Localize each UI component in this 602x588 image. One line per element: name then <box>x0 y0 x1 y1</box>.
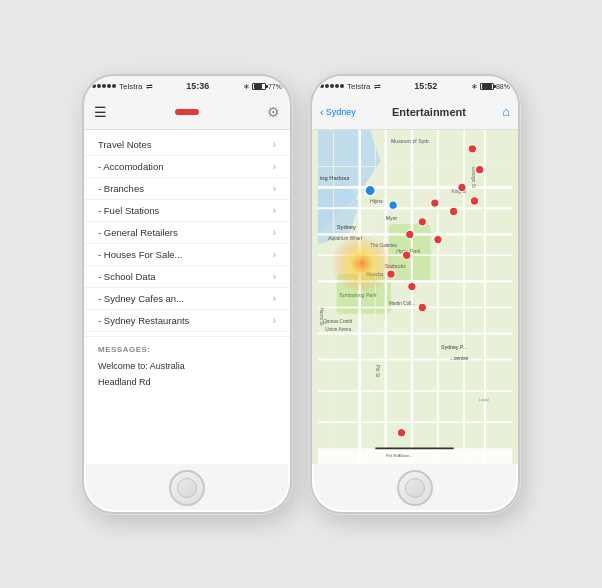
time-2: 15:52 <box>414 81 437 91</box>
svg-text:Pitt St   Albion...: Pitt St Albion... <box>386 453 413 458</box>
svg-point-46 <box>458 183 466 191</box>
gear-icon[interactable]: ⚙ <box>267 104 280 120</box>
svg-point-53 <box>402 251 410 259</box>
wifi-icon-2: ⇌ <box>374 82 381 91</box>
map-svg: Museum of Sydr. ing Harbour Hijins Georg… <box>312 130 518 464</box>
phones-container: Telstra ⇌ 15:36 ∗ 77% ☰ ⚙ <box>62 54 540 534</box>
svg-point-54 <box>387 270 395 278</box>
svg-point-50 <box>418 218 426 226</box>
menu-item-travel[interactable]: Travel Notes › <box>84 134 290 156</box>
svg-text:Myer: Myer <box>386 215 398 221</box>
svg-text:Union Arena: Union Arena <box>325 327 351 332</box>
message-item-2: Headland Rd <box>98 374 276 390</box>
status-bar-2: Telstra ⇌ 15:52 ∗ 88% <box>312 76 518 94</box>
chevron-icon: › <box>273 205 276 216</box>
battery-pct-1: 77% <box>268 83 282 90</box>
map-area[interactable]: Museum of Sydr. ing Harbour Hijins Georg… <box>312 130 518 464</box>
phone-2: Telstra ⇌ 15:52 ∗ 88% ‹ Sydney E <box>310 74 520 514</box>
svg-text:Harris St: Harris St <box>319 307 324 326</box>
map-nav-title: Entertainment <box>360 106 498 118</box>
back-label: Sydney <box>326 107 356 117</box>
svg-text:Museum of Sydr.: Museum of Sydr. <box>391 138 430 144</box>
svg-text:...centre: ...centre <box>449 355 468 361</box>
screen-1: Travel Notes › - Accomodation › - Branch… <box>84 130 290 464</box>
svg-point-51 <box>406 230 414 238</box>
chevron-icon: › <box>273 227 276 238</box>
svg-point-59 <box>389 201 397 209</box>
carrier-1: Telstra <box>119 82 143 91</box>
menu-item-school[interactable]: - School Data › <box>84 266 290 288</box>
svg-point-57 <box>397 429 405 437</box>
svg-text:Sydney: Sydney <box>337 224 356 230</box>
map-nav-bar: ‹ Sydney Entertainment ⌂ <box>312 94 518 130</box>
hamburger-icon[interactable]: ☰ <box>94 104 107 120</box>
messages-title: MESSAGES: <box>98 345 276 354</box>
home-button-1[interactable] <box>169 470 205 506</box>
svg-text:Qantas Credit: Qantas Credit <box>323 319 353 324</box>
carrier-2: Telstra <box>347 82 371 91</box>
back-button[interactable]: ‹ Sydney <box>320 106 356 118</box>
home-button-2[interactable] <box>397 470 433 506</box>
svg-point-47 <box>470 197 478 205</box>
svg-point-45 <box>476 165 484 173</box>
menu-item-restaurants[interactable]: - Sydney Restaurants › <box>84 310 290 332</box>
svg-text:Tumbalong Park: Tumbalong Park <box>339 292 377 298</box>
chevron-icon: › <box>273 139 276 150</box>
bluetooth-icon-2: ∗ <box>471 82 478 91</box>
chevron-icon: › <box>273 161 276 172</box>
chevron-icon: › <box>273 293 276 304</box>
svg-point-55 <box>408 282 416 290</box>
svg-point-52 <box>434 235 442 243</box>
chevron-icon: › <box>273 315 276 326</box>
svg-point-43 <box>330 234 393 292</box>
svg-rect-60 <box>318 448 512 464</box>
menu-item-branches[interactable]: - Branches › <box>84 178 290 200</box>
chevron-icon: › <box>273 249 276 260</box>
home-nav-icon[interactable]: ⌂ <box>502 104 510 119</box>
chevron-icon: › <box>273 271 276 282</box>
menu-item-fuel[interactable]: - Fuel Stations › <box>84 200 290 222</box>
svg-text:Sydney P...: Sydney P... <box>441 344 467 350</box>
svg-text:Martin Coll...: Martin Coll... <box>389 301 415 306</box>
menu-item-general[interactable]: - General Retailers › <box>84 222 290 244</box>
chevron-icon: › <box>273 183 276 194</box>
svg-point-56 <box>418 303 426 311</box>
time-1: 15:36 <box>186 81 209 91</box>
battery-1 <box>252 83 266 90</box>
svg-point-49 <box>431 199 439 207</box>
battery-2 <box>480 83 494 90</box>
battery-pct-2: 88% <box>496 83 510 90</box>
menu-item-houses[interactable]: - Houses For Sale... › <box>84 244 290 266</box>
bluetooth-icon-1: ∗ <box>243 82 250 91</box>
menu-item-cafes[interactable]: - Sydney Cafes an... › <box>84 288 290 310</box>
svg-point-44 <box>468 145 476 153</box>
back-chevron-icon: ‹ <box>320 106 324 118</box>
messages-section: MESSAGES: Welcome to: Australia Headland… <box>84 336 290 394</box>
status-bar-1: Telstra ⇌ 15:36 ∗ 77% <box>84 76 290 94</box>
phone-1: Telstra ⇌ 15:36 ∗ 77% ☰ ⚙ <box>82 74 292 514</box>
svg-text:Pitt St: Pitt St <box>375 365 380 378</box>
message-item-1: Welcome to: Australia <box>98 358 276 374</box>
svg-text:Hijins: Hijins <box>370 198 383 204</box>
menu-list: Travel Notes › - Accomodation › - Branch… <box>84 130 290 336</box>
svg-text:ing Harbour: ing Harbour <box>320 175 350 181</box>
svg-text:Legal: Legal <box>479 397 489 402</box>
menu-item-accommodation[interactable]: - Accomodation › <box>84 156 290 178</box>
svg-point-48 <box>449 207 457 215</box>
wifi-icon-1: ⇌ <box>146 82 153 91</box>
svg-point-58 <box>365 185 375 195</box>
nav-bar-1: ☰ ⚙ <box>84 94 290 130</box>
